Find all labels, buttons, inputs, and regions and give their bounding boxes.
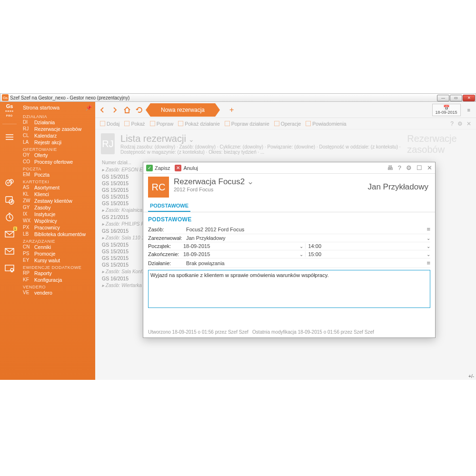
chevron-down-icon[interactable]: ⌄ [426,236,430,241]
calendar-icon: 📅 [436,105,457,110]
field-zarezerwowal[interactable]: Jan Przykładowy⌄ [186,235,430,241]
app-logo: Gs nexo PRO [5,104,14,118]
sidebar-category: EWIDENCJE DODATKOWE [23,265,95,270]
help-icon[interactable]: ? [398,164,401,171]
sidebar-category: VENDERO [23,285,95,289]
maximize-dialog-icon[interactable]: ☐ [416,164,422,171]
cancel-button[interactable]: ✕Anuluj [175,165,198,171]
nav-back-icon[interactable] [98,106,107,114]
stopwatch-icon[interactable] [3,211,16,223]
pin-icon[interactable]: 📌 [86,105,92,111]
sidebar-item[interactable]: RJRezerwacje zasobów [23,126,95,132]
field-zasob[interactable]: Focus2 2012 Ford Focus≡ [186,226,430,233]
menu-icon[interactable]: ≡ [426,259,430,267]
help-icon[interactable]: ? [450,120,454,127]
nav-forward-icon[interactable] [110,106,119,114]
svg-rect-9 [5,265,14,271]
page-title: Lista rezerwacji ⌄ [120,133,401,144]
sidebar-start[interactable]: Strona startowa📌 [23,105,95,113]
sidebar-item[interactable]: ZWZestawy klientów [23,198,95,204]
mail-badge-icon[interactable]: 1 [3,228,16,240]
label-zarezerwowal: Zarezerwował: [148,235,186,241]
close-button[interactable]: ✕ [463,95,475,101]
svg-text:$: $ [10,180,12,183]
sidebar-item[interactable]: EYKursy walut [23,257,95,264]
toolbar-action[interactable]: Popraw [150,121,174,127]
new-tab-button[interactable]: + [229,106,234,114]
print-icon[interactable]: 🖶 [387,164,393,171]
zoom-toggle[interactable]: +/- [468,374,474,379]
active-tab[interactable]: Nowa rezerwacja [150,103,215,117]
toolbar-action[interactable]: Operacje [274,121,301,127]
toolbar: DodajPokażPoprawPokaż działaniePopraw dz… [95,118,476,129]
chevron-down-icon[interactable]: ⌄ [299,252,303,257]
sidebar: Strona startowa📌 DZIAŁANIADIDziałaniaRJR… [19,102,95,380]
sidebar-item[interactable]: RPRaporty [23,270,95,277]
sidebar-item[interactable]: DIDziałania [23,119,95,126]
chevron-down-icon[interactable]: ⌄ [426,244,430,249]
dialog-footer: Utworzono 18-09-2015 o 01:56 przez Szef … [143,327,435,337]
window-title: Szef Szef na Gestor_nexo - Gestor nexo (… [10,95,437,100]
sidebar-category: OFERTOWANIE [23,147,95,152]
dialog-subtitle: 2012 Ford Focus [174,187,254,192]
minimize-button[interactable]: — [437,95,449,101]
chevron-down-icon[interactable]: ⌄ [299,244,303,249]
date-picker[interactable]: 📅18-09-2015 [432,104,461,116]
sidebar-item[interactable]: OYOferty [23,152,95,159]
sidebar-item[interactable]: COProcesy ofertowe [23,159,95,165]
field-zakonczenie-date[interactable]: 18-09-2015⌄ [183,251,306,257]
tab-podstawowe[interactable]: PODSTAWOWE [148,200,190,212]
toolbar-action[interactable]: Pokaż [124,121,145,127]
filter-crumbs[interactable]: Rodzaj zasobu: (dowolny) · Zasób: (dowol… [120,144,401,155]
label-zasob: Zasób: [148,227,186,232]
sidebar-item[interactable]: WXWspólnicy [23,218,95,224]
chevron-down-icon[interactable]: ⌄ [426,252,430,257]
mail-icon[interactable] [3,245,16,258]
menu-icon[interactable] [3,131,16,143]
calendar-clock-icon[interactable] [3,194,16,206]
certificate-icon[interactable] [3,262,16,275]
field-dzialanie[interactable]: Brak powiązania≡ [186,259,430,267]
page-heading: RJ Lista rezerwacji ⌄ Rodzaj zasobu: (do… [95,129,476,159]
field-poczatek-date[interactable]: 18-09-2015⌄ [183,243,306,249]
nav-home-icon[interactable] [123,106,131,114]
icon-rail: Gs nexo PRO €$ 1 [0,102,19,380]
sidebar-item[interactable]: LARejestr akcji [23,139,95,146]
tab-strip: Nowa rezerwacja + 📅18-09-2015 ≡ [95,102,476,118]
overflow-menu-icon[interactable]: ≡ [467,107,470,113]
app-icon: Gs [2,94,9,101]
label-poczatek: Początek: [148,243,183,249]
nav-refresh-icon[interactable] [135,106,144,114]
field-poczatek-time[interactable]: 14:00⌄ [308,243,431,249]
menu-icon[interactable]: ≡ [426,226,430,233]
sidebar-item[interactable]: KFKonfiguracja [23,277,95,283]
module-badge: RJ [101,133,115,154]
sidebar-item[interactable]: ASAsortyment [23,184,95,191]
save-button[interactable]: ✓Zapisz [146,165,170,171]
note-textarea[interactable] [148,270,430,308]
settings-icon[interactable]: ⚙ [457,120,463,127]
toolbar-action[interactable]: Popraw działanie [225,121,269,127]
dialog-title: Rezerwacja Focus2 ⌄ [174,177,254,187]
section-title: PODSTAWOWE [148,216,430,223]
currency-icon[interactable]: €$ [3,177,16,189]
sidebar-item[interactable]: GYZasoby [23,204,95,211]
sidebar-item[interactable]: VEvendero [23,289,95,296]
sidebar-item[interactable]: LBBiblioteka dokumentów [23,231,95,238]
close-dialog-icon[interactable]: ✕ [427,164,432,171]
toolbar-action[interactable]: Pokaż działanie [178,121,220,127]
gear-icon[interactable]: ⚙ [406,164,412,171]
sidebar-item[interactable]: IXInstytucje [23,211,95,218]
sidebar-item[interactable]: CLKalendarz [23,132,95,139]
sidebar-item[interactable]: EMPoczta [23,171,95,178]
sidebar-item[interactable]: CNCenniki [23,244,95,250]
field-zakonczenie-time[interactable]: 15:00⌄ [308,251,431,257]
sidebar-item[interactable]: PSPromocje [23,250,95,257]
maximize-button[interactable]: ▭ [450,95,462,101]
sidebar-item[interactable]: KLKlienci [23,191,95,198]
toolbar-action[interactable]: Powiadomienia [306,121,346,127]
sidebar-item[interactable]: PXPracownicy [23,224,95,231]
close-panel-icon[interactable]: ✕ [466,120,471,127]
dialog-badge: RC [148,177,169,198]
toolbar-action[interactable]: Dodaj [100,121,119,127]
